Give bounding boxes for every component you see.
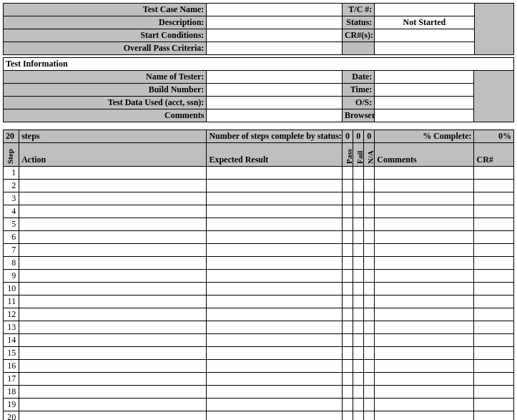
action-cell[interactable] xyxy=(19,205,207,218)
expected-cell[interactable] xyxy=(207,257,343,270)
action-cell[interactable] xyxy=(19,192,207,205)
cr-cell[interactable] xyxy=(474,386,514,399)
action-cell[interactable] xyxy=(19,257,207,270)
na-cell[interactable] xyxy=(364,283,375,296)
na-cell[interactable] xyxy=(364,373,375,386)
pass-cell[interactable] xyxy=(342,244,353,257)
na-cell[interactable] xyxy=(364,296,375,308)
expected-cell[interactable] xyxy=(207,270,343,283)
action-cell[interactable] xyxy=(19,373,207,386)
na-cell[interactable] xyxy=(364,205,375,218)
comments-cell[interactable] xyxy=(375,218,474,231)
comments-cell[interactable] xyxy=(375,180,474,192)
cr-cell[interactable] xyxy=(474,192,514,205)
comments-cell[interactable] xyxy=(375,270,474,283)
pass-cell[interactable] xyxy=(342,257,353,270)
overall-pass-value[interactable] xyxy=(207,42,343,55)
action-cell[interactable] xyxy=(19,296,207,308)
expected-cell[interactable] xyxy=(207,360,343,373)
expected-cell[interactable] xyxy=(207,205,343,218)
expected-cell[interactable] xyxy=(207,347,343,360)
action-cell[interactable] xyxy=(19,180,207,192)
na-cell[interactable] xyxy=(364,399,375,411)
fail-cell[interactable] xyxy=(353,386,364,399)
comments-cell[interactable] xyxy=(375,192,474,205)
na-cell[interactable] xyxy=(364,411,375,421)
build-value[interactable] xyxy=(207,84,343,97)
expected-cell[interactable] xyxy=(207,180,343,192)
comments-cell[interactable] xyxy=(375,308,474,321)
expected-cell[interactable] xyxy=(207,321,343,334)
comments-cell[interactable] xyxy=(375,347,474,360)
expected-cell[interactable] xyxy=(207,167,343,180)
fail-cell[interactable] xyxy=(353,347,364,360)
expected-cell[interactable] xyxy=(207,296,343,308)
action-cell[interactable] xyxy=(19,167,207,180)
cr-cell[interactable] xyxy=(474,283,514,296)
fail-cell[interactable] xyxy=(353,192,364,205)
cr-cell[interactable] xyxy=(474,296,514,308)
cr-cell[interactable] xyxy=(474,244,514,257)
pass-cell[interactable] xyxy=(342,347,353,360)
fail-cell[interactable] xyxy=(353,283,364,296)
comments-cell[interactable] xyxy=(375,296,474,308)
expected-cell[interactable] xyxy=(207,192,343,205)
na-cell[interactable] xyxy=(364,180,375,192)
pass-cell[interactable] xyxy=(342,167,353,180)
cr-cell[interactable] xyxy=(474,180,514,192)
na-cell[interactable] xyxy=(364,218,375,231)
comments-cell[interactable] xyxy=(375,205,474,218)
status-value[interactable]: Not Started xyxy=(375,16,474,29)
cr-cell[interactable] xyxy=(474,257,514,270)
action-cell[interactable] xyxy=(19,308,207,321)
action-cell[interactable] xyxy=(19,411,207,421)
expected-cell[interactable] xyxy=(207,373,343,386)
fail-cell[interactable] xyxy=(353,257,364,270)
action-cell[interactable] xyxy=(19,334,207,347)
expected-cell[interactable] xyxy=(207,411,343,421)
pass-cell[interactable] xyxy=(342,386,353,399)
comments-cell[interactable] xyxy=(375,244,474,257)
pass-cell[interactable] xyxy=(342,283,353,296)
date-value[interactable] xyxy=(375,71,474,84)
action-cell[interactable] xyxy=(19,360,207,373)
na-cell[interactable] xyxy=(364,270,375,283)
expected-cell[interactable] xyxy=(207,283,343,296)
time-value[interactable] xyxy=(375,84,474,97)
comments-cell[interactable] xyxy=(375,373,474,386)
fail-cell[interactable] xyxy=(353,321,364,334)
pass-cell[interactable] xyxy=(342,411,353,421)
expected-cell[interactable] xyxy=(207,308,343,321)
fail-cell[interactable] xyxy=(353,334,364,347)
cr-cell[interactable] xyxy=(474,308,514,321)
action-cell[interactable] xyxy=(19,244,207,257)
comments-cell[interactable] xyxy=(375,399,474,411)
test-case-name-value[interactable] xyxy=(207,4,343,16)
expected-cell[interactable] xyxy=(207,399,343,411)
action-cell[interactable] xyxy=(19,399,207,411)
pass-cell[interactable] xyxy=(342,360,353,373)
fail-cell[interactable] xyxy=(353,360,364,373)
comments-cell[interactable] xyxy=(375,411,474,421)
action-cell[interactable] xyxy=(19,321,207,334)
action-cell[interactable] xyxy=(19,218,207,231)
fail-cell[interactable] xyxy=(353,411,364,421)
na-cell[interactable] xyxy=(364,244,375,257)
fail-cell[interactable] xyxy=(353,244,364,257)
action-cell[interactable] xyxy=(19,386,207,399)
na-cell[interactable] xyxy=(364,308,375,321)
comments-cell[interactable] xyxy=(375,360,474,373)
fail-cell[interactable] xyxy=(353,373,364,386)
cr-nums-value[interactable] xyxy=(375,29,474,42)
fail-cell[interactable] xyxy=(353,231,364,244)
comments-cell[interactable] xyxy=(375,386,474,399)
cr-cell[interactable] xyxy=(474,411,514,421)
na-cell[interactable] xyxy=(364,231,375,244)
fail-cell[interactable] xyxy=(353,167,364,180)
cr-cell[interactable] xyxy=(474,205,514,218)
fail-cell[interactable] xyxy=(353,270,364,283)
cr-cell[interactable] xyxy=(474,399,514,411)
comments-value[interactable] xyxy=(207,109,343,122)
pass-cell[interactable] xyxy=(342,321,353,334)
cr-cell[interactable] xyxy=(474,334,514,347)
